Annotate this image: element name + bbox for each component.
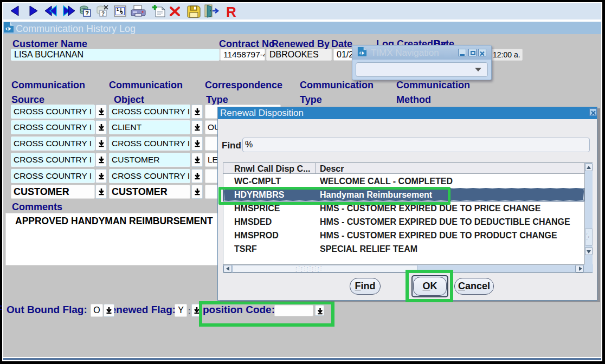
svg-text:1: 1 (117, 7, 119, 12)
svg-text:?: ? (101, 11, 105, 17)
svg-text:R: R (226, 4, 236, 20)
svg-text:?: ? (85, 10, 89, 16)
